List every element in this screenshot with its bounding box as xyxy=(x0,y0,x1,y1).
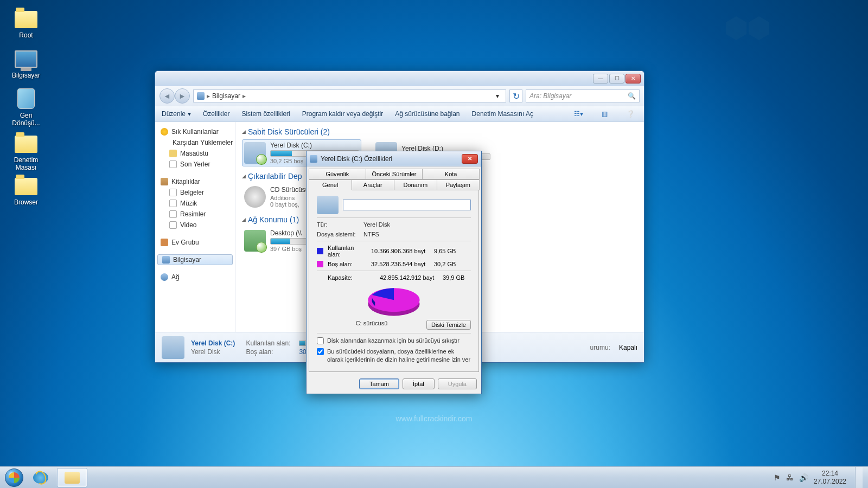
desktop-icon-controlpanel[interactable]: Denetim Masası xyxy=(5,129,47,171)
details-state-value: Kapalı xyxy=(619,344,637,351)
nav-forward-button[interactable]: ► xyxy=(175,88,190,104)
close-button[interactable]: ✕ xyxy=(626,74,641,84)
compress-label: Disk alanından kazanmak için bu sürücüyü… xyxy=(327,337,459,344)
cd-icon xyxy=(244,186,266,208)
taskbar: ⚑ 🖧 🔊 22:14 27.07.2022 xyxy=(0,466,868,488)
cancel-button[interactable]: İptal xyxy=(403,378,435,389)
details-free-label: Boş alan: xyxy=(246,348,290,356)
breadcrumb-dropdown[interactable]: ▾ xyxy=(493,92,502,100)
nav-computer[interactable]: Bilgisayar xyxy=(157,254,233,265)
nav-back-button[interactable]: ◄ xyxy=(159,88,175,104)
taskbar-ie[interactable] xyxy=(25,468,56,487)
usage-pie-chart xyxy=(362,284,425,319)
desktop-icon-browser[interactable]: Browser xyxy=(5,171,47,206)
ok-button[interactable]: Tamam xyxy=(359,378,399,389)
minimize-button[interactable]: — xyxy=(593,74,608,84)
explorer-icon xyxy=(65,472,80,484)
type-value: Yerel Disk xyxy=(363,221,390,228)
maximize-button[interactable]: ☐ xyxy=(609,74,624,84)
refresh-button[interactable]: ↻ xyxy=(509,89,522,102)
nav-downloads[interactable]: Karşıdan Yüklemeler xyxy=(157,137,233,148)
drive-label-input[interactable] xyxy=(343,200,471,210)
start-button[interactable] xyxy=(3,467,25,489)
view-button[interactable]: ☷▾ xyxy=(571,108,585,120)
organize-button[interactable]: Düzenle ▾ xyxy=(162,110,191,118)
explorer-titlebar[interactable]: — ☐ ✕ xyxy=(155,71,644,86)
details-subtitle: Yerel Disk xyxy=(191,348,235,356)
uninstall-button[interactable]: Program kaldır veya değiştir xyxy=(302,110,383,118)
nav-homegroup[interactable]: Ev Grubu xyxy=(157,237,233,248)
tab-sharing[interactable]: Paylaşım xyxy=(437,179,480,190)
disk-cleanup-button[interactable]: Diski Temizle xyxy=(426,320,471,330)
nav-network[interactable]: Ağ xyxy=(157,272,233,282)
capacity-label: Kapasite: xyxy=(328,274,375,281)
breadcrumb[interactable]: ▸ Bilgisayar ▸ ▾ xyxy=(193,89,506,102)
pictures-icon xyxy=(169,210,177,218)
recent-icon xyxy=(169,160,177,168)
nav-videos[interactable]: Video xyxy=(157,220,233,230)
nav-recent[interactable]: Son Yerler xyxy=(157,159,233,170)
tray-flag-icon[interactable]: ⚑ xyxy=(774,473,781,482)
tab-quota[interactable]: Kota xyxy=(422,169,480,179)
used-label: Kullanılan alan: xyxy=(328,245,367,258)
help-button[interactable]: ❔ xyxy=(623,108,637,120)
taskbar-clock[interactable]: 22:14 27.07.2022 xyxy=(814,470,846,485)
details-title: Yerel Disk (C:) xyxy=(191,339,235,347)
tab-general[interactable]: Genel xyxy=(309,179,352,190)
homegroup-icon xyxy=(161,239,168,246)
nav-libraries[interactable]: Kitaplıklar xyxy=(157,176,233,187)
background-decoration xyxy=(725,16,770,42)
videos-icon xyxy=(169,221,177,229)
type-label: Tür: xyxy=(317,221,359,228)
desktop-icon-computer[interactable]: Bilgisayar xyxy=(5,44,47,79)
drive-icon xyxy=(317,196,339,214)
system-properties-button[interactable]: Sistem özellikleri xyxy=(241,110,290,118)
details-state-label: urumu: xyxy=(590,344,610,351)
nav-favorites[interactable]: Sık Kullanılanlar xyxy=(157,126,233,137)
index-label: Bu sürücüdeki dosyaların, dosya özellikl… xyxy=(327,348,471,363)
category-hdd[interactable]: Sabit Disk Sürücüleri (2) xyxy=(242,127,637,136)
nav-music[interactable]: Müzik xyxy=(157,198,233,209)
system-tray: ⚑ 🖧 🔊 22:14 27.07.2022 xyxy=(774,467,865,489)
tab-previous-versions[interactable]: Önceki Sürümler xyxy=(366,169,423,179)
clock-date: 27.07.2022 xyxy=(814,478,846,485)
ie-icon xyxy=(33,472,48,484)
nav-documents[interactable]: Belgeler xyxy=(157,187,233,198)
search-placeholder: Ara: Bilgisayar xyxy=(529,92,571,100)
desktop-icon-recyclebin[interactable]: Geri Dönüşü... xyxy=(5,85,47,127)
tray-volume-icon[interactable]: 🔊 xyxy=(799,473,808,482)
star-icon xyxy=(161,128,168,136)
preview-pane-button[interactable]: ▥ xyxy=(597,108,611,120)
map-network-drive-button[interactable]: Ağ sürücüsüne bağlan xyxy=(395,110,459,118)
tray-network-icon[interactable]: 🖧 xyxy=(786,473,794,482)
music-icon xyxy=(169,200,177,207)
breadcrumb-item[interactable]: Bilgisayar xyxy=(212,92,240,100)
show-desktop-button[interactable] xyxy=(855,467,863,489)
properties-titlebar[interactable]: Yerel Disk (C:) Özellikleri ✕ xyxy=(307,151,481,166)
properties-body: Tür:Yerel Disk Dosya sistemi:NTFS Kullan… xyxy=(309,190,479,372)
network-drive-icon xyxy=(244,230,266,252)
compress-checkbox[interactable] xyxy=(317,337,324,344)
search-icon: 🔍 xyxy=(628,92,636,100)
properties-button[interactable]: Özellikler xyxy=(203,110,229,118)
desktop-icon-label: Bilgisayar xyxy=(12,72,40,79)
properties-dialog: Yerel Disk (C:) Özellikleri ✕ Güvenlik Ö… xyxy=(306,151,482,394)
nav-desktop[interactable]: Masaüstü xyxy=(157,148,233,159)
apply-button[interactable]: Uygula xyxy=(438,378,477,389)
index-checkbox[interactable] xyxy=(317,348,324,355)
search-input[interactable]: Ara: Bilgisayar 🔍 xyxy=(526,89,640,102)
desktop-icon-root[interactable]: Root xyxy=(5,4,47,39)
tab-tools[interactable]: Araçlar xyxy=(352,179,395,190)
nav-pictures[interactable]: Resimler xyxy=(157,209,233,220)
used-gb: 9,65 GB xyxy=(434,248,456,254)
desktop-icon-label: Geri Dönüşü... xyxy=(12,112,40,127)
capacity-gb: 39,9 GB xyxy=(443,274,464,281)
tab-hardware[interactable]: Donanım xyxy=(394,179,437,190)
address-bar: ◄ ► ▸ Bilgisayar ▸ ▾ ↻ Ara: Bilgisayar 🔍 xyxy=(155,86,644,106)
tab-security[interactable]: Güvenlik xyxy=(309,169,366,179)
used-bytes: 10.366.906.368 bayt xyxy=(371,248,430,254)
properties-close-button[interactable]: ✕ xyxy=(462,154,478,164)
folder-icon xyxy=(169,150,177,157)
control-panel-button[interactable]: Denetim Masasını Aç xyxy=(472,110,533,118)
taskbar-explorer[interactable] xyxy=(57,468,87,487)
